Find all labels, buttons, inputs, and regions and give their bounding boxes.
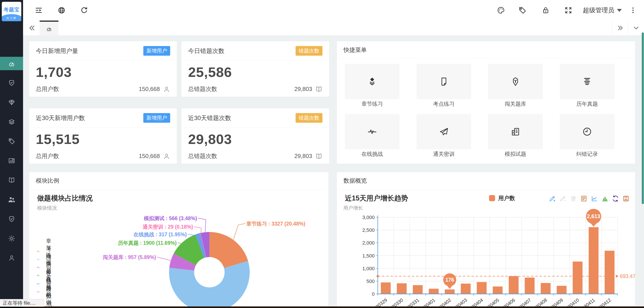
quick-item-secret-training[interactable] xyxy=(416,114,471,149)
bar-20230406[interactable] xyxy=(509,276,518,294)
clock-icon xyxy=(582,127,592,137)
sidebar-item-chapters[interactable] xyxy=(0,115,23,129)
quick-item-chapter-practice[interactable] xyxy=(345,64,400,99)
topbar: 超级管理员 xyxy=(23,0,644,21)
bar-20230401[interactable] xyxy=(429,289,439,294)
quick-item-label[interactable]: 章节练习 xyxy=(345,100,400,108)
buildings-icon xyxy=(510,127,520,137)
double-chevron-right-icon xyxy=(617,24,624,31)
y-tick-label: 1,500 xyxy=(362,253,374,259)
stat-footer-value: 29,803 xyxy=(294,86,312,93)
bar-20230330[interactable] xyxy=(397,283,407,294)
book-icon xyxy=(8,176,15,184)
y-tick-label: 2,000 xyxy=(362,240,374,246)
tag-icon[interactable] xyxy=(518,6,526,14)
bar-20230408[interactable] xyxy=(541,283,550,294)
book-icon xyxy=(315,153,322,160)
tabs-scroll-left-button[interactable] xyxy=(25,20,39,35)
y-tick-label: 500 xyxy=(366,279,374,284)
text-lines-icon xyxy=(582,76,592,87)
quick-item-topic-practice[interactable] xyxy=(416,64,471,99)
quick-item-online-challenge[interactable] xyxy=(345,114,400,149)
quick-item-label[interactable]: 通关密训 xyxy=(416,151,471,157)
status-badge: 错题次数 xyxy=(296,113,322,123)
pie-callout-label: 模拟测试 : 566 (3.48%) xyxy=(144,215,197,222)
average-line-start-dot xyxy=(377,275,379,277)
palette-icon[interactable] xyxy=(497,6,505,14)
app-logo[interactable]: 考题宝 社工师 xyxy=(2,2,21,21)
sidebar-item-library[interactable] xyxy=(0,173,23,187)
user-menu-label: 超级管理员 xyxy=(583,6,614,14)
refresh-icon[interactable] xyxy=(80,6,88,14)
bar-20230410[interactable] xyxy=(573,262,583,294)
arc-marker-icon xyxy=(37,250,40,253)
quick-item-label[interactable]: 在线挑战 xyxy=(345,151,400,157)
bar-chart[interactable]: 05001,0001,5002,0002,5003,00020230329202… xyxy=(337,172,635,308)
collapse-menu-icon[interactable] xyxy=(35,6,43,14)
main-content: 今日新增用户量新增用户 1,703 总用户数150,668 今日错题次数错题次数… xyxy=(23,35,644,308)
sidebar-item-dashboard[interactable] xyxy=(0,57,23,70)
arc-marker-icon xyxy=(37,282,40,286)
quick-item-label[interactable]: 历年真题 xyxy=(560,100,614,108)
bar-20230409[interactable] xyxy=(557,286,566,294)
bar-20230402[interactable] xyxy=(445,290,454,294)
sidebar-item-review[interactable] xyxy=(0,212,23,226)
kebab-menu-icon[interactable] xyxy=(629,6,637,14)
bar-20230404[interactable] xyxy=(477,282,486,294)
mark-point-tail xyxy=(447,285,452,289)
tabs-scroll-right-button[interactable] xyxy=(612,20,628,35)
stat-card-today-wrong-answers: 今日错题次数错题次数 25,586 总错题次数29,803 xyxy=(182,41,329,97)
quick-item-label[interactable]: 考点练习 xyxy=(416,100,471,108)
pulse-icon xyxy=(367,127,377,137)
sidebar-item-account[interactable] xyxy=(0,251,23,265)
shield-check-icon xyxy=(8,79,15,87)
tab-dashboard[interactable] xyxy=(40,20,58,35)
users-icon xyxy=(8,196,16,203)
card-title: 今日错题次数 xyxy=(188,47,224,55)
bottom-edge-strip-left xyxy=(0,307,23,308)
quick-item-label[interactable]: 闯关题库 xyxy=(488,100,543,108)
bar-20230407[interactable] xyxy=(525,278,534,294)
fullscreen-icon[interactable] xyxy=(564,6,572,14)
sidebar-item-audit[interactable] xyxy=(0,76,23,90)
pie-slice-章节练习[interactable] xyxy=(209,232,248,268)
quick-item-label[interactable]: 模拟试题 xyxy=(488,151,543,157)
stat-value: 1,703 xyxy=(36,64,72,80)
pie-chart-title: 做题模块占比情况 xyxy=(37,194,93,203)
arc-marker-icon xyxy=(37,266,40,269)
bar-20230412[interactable] xyxy=(604,251,614,294)
pie-chart-subtitle: 模块情况 xyxy=(37,205,57,211)
stat-footer-value: 150,668 xyxy=(139,86,160,93)
browser-status-tooltip: 正在等待 file.... xyxy=(0,299,44,307)
lock-icon[interactable] xyxy=(542,6,550,14)
bar-20230405[interactable] xyxy=(493,287,503,294)
module-ratio-panel: 模块比例 做题模块占比情况 模块情况 章节练习 考点练习 闯关题库 历年真题 在… xyxy=(29,172,328,308)
sidebar-item-media[interactable] xyxy=(0,154,23,167)
quick-item-label[interactable]: 纠错记录 xyxy=(560,151,614,157)
bar-20230403[interactable] xyxy=(461,284,471,294)
page-scrollbar-thumb[interactable] xyxy=(642,32,644,204)
gauge-icon xyxy=(46,25,52,32)
sidebar-item-membership[interactable] xyxy=(0,96,23,109)
bar-20230331[interactable] xyxy=(413,285,423,294)
status-badge: 错题次数 xyxy=(296,46,322,56)
gauge-icon xyxy=(8,60,16,67)
user-menu[interactable]: 超级管理员 xyxy=(583,0,622,20)
stat-value: 15,515 xyxy=(36,131,80,147)
bottom-edge-strip xyxy=(0,307,644,308)
bar-20230329[interactable] xyxy=(381,283,391,294)
sidebar-item-tags[interactable] xyxy=(0,135,23,148)
bar-20230411[interactable] xyxy=(589,227,598,294)
user-icon xyxy=(163,86,170,93)
stat-footer-label: 总用户数 xyxy=(36,152,59,160)
quick-item-challenge-bank[interactable] xyxy=(488,64,543,99)
sidebar-item-users[interactable] xyxy=(0,193,23,206)
stat-footer-label: 总用户数 xyxy=(36,85,59,93)
globe-icon[interactable] xyxy=(58,6,66,14)
app-logo-subtitle: 社工师 xyxy=(2,16,21,20)
quick-item-past-papers[interactable] xyxy=(560,64,614,99)
quick-item-error-log[interactable] xyxy=(560,114,614,149)
sidebar-item-settings[interactable] xyxy=(0,232,23,245)
tabbar xyxy=(23,20,644,35)
quick-item-mock-exam[interactable] xyxy=(488,114,543,149)
